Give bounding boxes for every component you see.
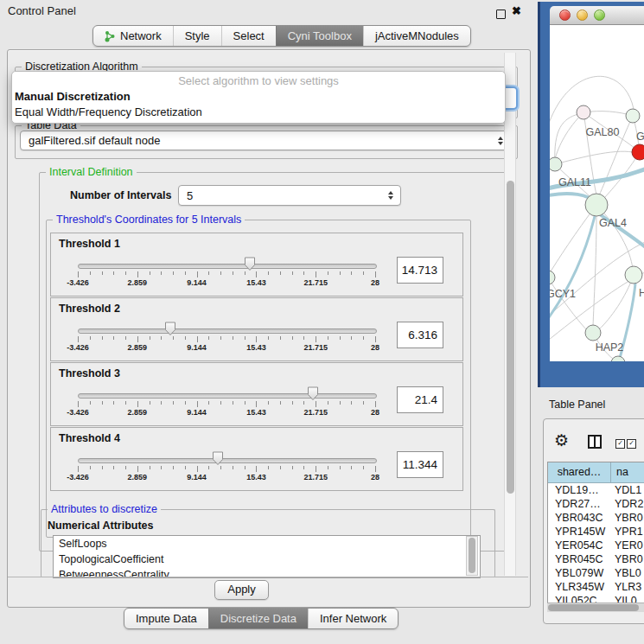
table-row[interactable]: YDL19…YDL1	[548, 483, 644, 497]
threshold-value-field[interactable]	[397, 322, 443, 348]
network-node[interactable]	[611, 356, 625, 361]
tab-network[interactable]: Network	[93, 26, 173, 46]
slider-tick	[340, 336, 341, 340]
slider-thumb[interactable]	[164, 322, 176, 336]
cell-shared-name[interactable]: YBR043C	[548, 511, 611, 525]
cell-name[interactable]: YPR1	[611, 525, 644, 539]
cell-name[interactable]: YLR3	[611, 580, 644, 594]
slider-thumb[interactable]	[307, 386, 319, 401]
popup-option-equal-width-frequency-discretization[interactable]: Equal Width/Frequency Discretization	[12, 105, 505, 120]
threshold-label: Threshold 2	[59, 303, 120, 315]
numerical-attributes-list[interactable]: SelfLoopsTopologicalCoefficientBetweenne…	[53, 535, 481, 578]
cell-name[interactable]: YBR0	[611, 552, 644, 566]
network-window-titlebar[interactable]	[550, 6, 644, 25]
cell-name[interactable]: YDR2	[611, 497, 644, 511]
cell-shared-name[interactable]: YDR27…	[548, 497, 611, 511]
slider-track[interactable]	[78, 393, 377, 399]
table-header-name[interactable]: na	[611, 462, 644, 482]
slider-tick	[78, 466, 79, 472]
table-row[interactable]: YER054CYER0	[548, 539, 644, 552]
network-node[interactable]	[625, 266, 642, 284]
slider-track[interactable]	[78, 458, 377, 463]
slider-tick	[375, 271, 376, 277]
attribute-item-topologicalcoefficient[interactable]: TopologicalCoefficient	[54, 552, 480, 567]
slider-track[interactable]	[78, 264, 377, 269]
slider-tick	[197, 336, 198, 342]
content-vertical-scrollbar[interactable]	[504, 53, 516, 576]
attribute-item-selfloops[interactable]: SelfLoops	[54, 536, 480, 552]
network-canvas[interactable]: GAL80 GA GAL11 GAL4 GCY1 H HAP2	[550, 25, 644, 361]
gear-icon[interactable]: ⚙	[554, 432, 569, 449]
float-window-icon[interactable]	[496, 10, 506, 19]
table-row[interactable]: YBL079WYBL0	[548, 566, 644, 580]
slider-tick	[125, 336, 126, 340]
checkbox-icon[interactable]: ✓	[627, 439, 636, 449]
scrollbar-thumb[interactable]	[507, 181, 514, 494]
tab-impute-data[interactable]: Impute Data	[124, 609, 208, 628]
cell-shared-name[interactable]: YBR045C	[548, 552, 611, 566]
slider-thumb[interactable]	[212, 451, 224, 466]
tick-label: 15.43	[246, 278, 266, 287]
slider-tick	[316, 401, 316, 407]
cell-name[interactable]: YER0	[611, 539, 644, 552]
slider-tick	[220, 271, 221, 275]
tab-style[interactable]: Style	[173, 26, 221, 46]
cell-name[interactable]: YBL0	[611, 566, 644, 580]
table-data-combobox[interactable]: galFiltered.sif default node	[20, 131, 511, 150]
slider-thumb[interactable]	[244, 257, 256, 271]
slider-tick	[375, 466, 376, 472]
close-window-icon[interactable]	[559, 10, 571, 21]
slider-tick	[208, 401, 209, 405]
popup-option-manual-discretization[interactable]: Manual Discretization	[12, 89, 505, 105]
table-data-combobox-value: galFiltered.sif default node	[21, 134, 494, 147]
cell-shared-name[interactable]: YLR345W	[548, 580, 611, 594]
minimize-window-icon[interactable]	[577, 10, 588, 21]
threshold-panel-1: Threshold 1-3.4262.8599.14415.4321.71528	[50, 233, 463, 296]
threshold-value-field[interactable]	[397, 257, 443, 284]
table-row[interactable]: YBR043CYBR0	[548, 511, 644, 525]
tab-jactivemnodules[interactable]: jActiveMNodules	[363, 26, 470, 46]
cell-shared-name[interactable]: YER054C	[548, 539, 611, 552]
cell-shared-name[interactable]: YBL079W	[548, 566, 611, 580]
slider-tick	[328, 271, 328, 275]
threshold-value-field[interactable]	[397, 451, 443, 478]
attributes-list-scrollbar[interactable]	[466, 536, 478, 576]
cell-name[interactable]: YDL1	[611, 483, 644, 497]
number-of-intervals-combobox[interactable]: 5	[178, 185, 401, 206]
network-node-selected[interactable]	[632, 144, 644, 160]
scrollbar-thumb[interactable]	[548, 604, 639, 611]
tab-cyni-toolbox[interactable]: Cyni Toolbox	[276, 26, 363, 46]
network-node[interactable]	[626, 109, 640, 123]
tab-infer-network[interactable]: Infer Network	[308, 609, 398, 628]
slider-tick	[340, 271, 341, 275]
slider-tick	[78, 336, 79, 342]
checkbox-icon[interactable]: ✓	[615, 439, 625, 449]
table-row[interactable]: YLR345WYLR3	[548, 580, 644, 594]
zoom-window-icon[interactable]	[594, 10, 605, 21]
tab-select[interactable]: Select	[221, 26, 276, 46]
table-header-shared[interactable]: shared…	[548, 462, 611, 482]
cell-shared-name[interactable]: YDL19…	[548, 483, 611, 497]
close-panel-icon[interactable]: ✖	[512, 4, 521, 17]
network-node[interactable]	[577, 105, 590, 119]
apply-button[interactable]: Apply	[214, 580, 269, 600]
network-node[interactable]	[550, 157, 562, 171]
slider-track[interactable]	[78, 328, 377, 334]
network-node[interactable]	[550, 271, 555, 284]
table-row[interactable]: YDR27…YDR2	[548, 497, 644, 511]
slider-tick	[173, 466, 174, 469]
table-row[interactable]: YPR145WYPR1	[548, 525, 644, 539]
slider-tick	[161, 401, 162, 405]
cell-name[interactable]: YBR0	[611, 511, 644, 525]
tab-discretize-data[interactable]: Discretize Data	[208, 609, 308, 628]
thresholds-coordinates-group-title: Threshold's Coordinates for 5 Intervals	[53, 214, 245, 226]
network-node[interactable]	[585, 325, 601, 341]
table-horizontal-scrollbar[interactable]	[547, 603, 644, 612]
column-layout-icon[interactable]	[588, 435, 602, 449]
cell-shared-name[interactable]: YPR145W	[548, 525, 611, 539]
slider-tick	[208, 336, 209, 340]
network-node[interactable]	[585, 194, 608, 216]
threshold-value-field[interactable]	[397, 386, 443, 413]
tab-label: Network	[120, 27, 162, 46]
table-row[interactable]: YBR045CYBR0	[548, 552, 644, 566]
